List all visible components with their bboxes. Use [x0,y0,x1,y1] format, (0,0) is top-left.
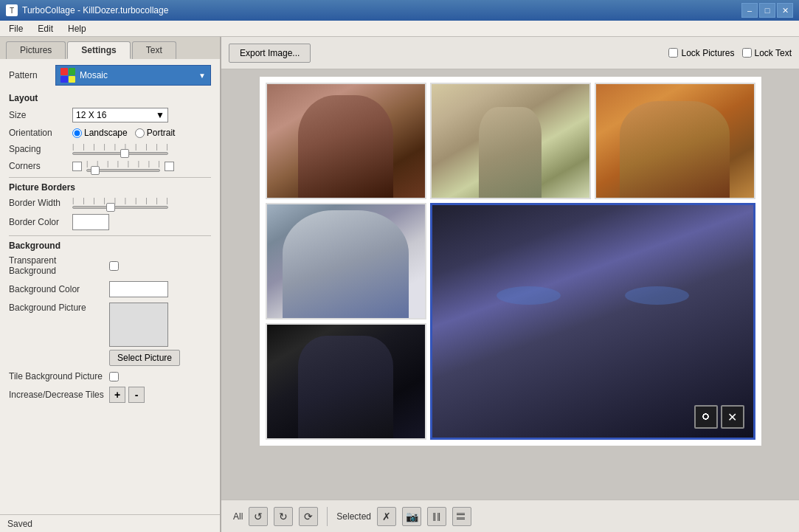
remove-icon[interactable]: ✕ [721,405,744,429]
corners-checkbox-right[interactable] [165,162,174,171]
photo-top-right[interactable] [595,83,755,199]
menu-help[interactable]: Help [62,22,92,35]
toolbar-separator [327,507,328,526]
close-button[interactable]: ✕ [777,3,793,18]
orientation-radio-group: Landscape Portrait [72,128,175,138]
bg-color-label: Background Color [9,284,105,294]
lock-pictures-checkbox[interactable] [668,48,678,58]
lock-text-item[interactable]: Lock Text [742,48,792,58]
title-bar: T TurboCollage - KillDozer.turbocollage … [0,0,799,21]
all-label: All [233,511,243,522]
panel-inner: Pattern Mosaic ▼ Layout [0,59,220,514]
collage-canvas: ⭘ ✕ [260,77,761,446]
transparent-bg-row: Transparent Background [9,255,211,276]
top-toolbar: Export Image... Lock Pictures Lock Text [221,37,799,69]
lock-group: Lock Pictures Lock Text [668,48,792,58]
export-button[interactable]: Export Image... [229,44,311,63]
bg-color-picker[interactable] [109,281,168,297]
window-controls[interactable]: – □ ✕ [741,3,793,18]
tab-pictures[interactable]: Pictures [6,41,66,59]
menu-bar: File Edit Help [0,21,799,37]
photo-top-middle[interactable] [430,83,591,199]
size-row: Size 12 X 16 ▼ [9,108,211,122]
status-text: Saved [7,519,32,529]
move-icon[interactable]: ⭘ [694,405,718,429]
corners-checkbox-left[interactable] [72,162,82,171]
canvas-area: ⭘ ✕ [221,69,799,500]
selected-label: Selected [336,511,371,522]
decrease-tiles-button[interactable]: - [128,387,145,403]
image-icon[interactable]: 📷 [402,507,421,526]
bg-picture-row: Background Picture Select Picture [9,303,211,366]
lock-pictures-item[interactable]: Lock Pictures [668,48,734,58]
chevron-down-icon: ▼ [198,72,206,80]
landscape-radio[interactable]: Landscape [72,128,128,138]
size-dropdown[interactable]: 12 X 16 ▼ [72,108,168,122]
bottom-toolbar: All ↺ ↻ ⟳ Selected ✗ 📷 ‖‖ ‖‖ [221,500,799,532]
rotate-cw-icon[interactable]: ↻ [274,507,293,526]
landscape-label: Landscape [84,128,128,138]
rows-icon[interactable]: ‖‖ [452,507,471,526]
photo-big-selected[interactable]: ⭘ ✕ [430,203,755,440]
tile-count-label: Increase/Decrease Tiles [9,390,105,400]
tab-text[interactable]: Text [132,41,176,59]
columns-icon[interactable]: ‖‖ [427,507,446,526]
increase-tiles-button[interactable]: + [109,387,125,403]
picture-borders-heading: Picture Borders [9,182,211,193]
corners-slider[interactable] [86,169,160,172]
pattern-label: Pattern [9,70,49,80]
landscape-radio-input[interactable] [72,128,82,138]
refresh-icon[interactable]: ⟳ [299,507,318,526]
border-width-row: Border Width |||||||||| [9,197,211,209]
tab-bar: Pictures Settings Text [0,37,220,59]
size-label: Size [9,110,68,120]
action-icons: ⭘ ✕ [694,405,744,429]
transparent-bg-label: Transparent Background [9,255,105,276]
size-chevron-icon: ▼ [156,110,165,120]
border-color-label: Border Color [9,217,68,227]
bg-color-row: Background Color [9,281,211,297]
panel-scroll-container: Pattern Mosaic ▼ Layout [0,59,220,514]
main-layout: Pictures Settings Text Pattern [0,37,799,532]
window-title: TurboCollage - KillDozer.turbocollage [22,5,168,15]
transparent-bg-checkbox[interactable] [109,261,119,271]
background-heading: Background [9,241,211,251]
tile-count-row: Increase/Decrease Tiles + - [9,387,211,403]
tile-controls: + - [109,387,145,403]
delete-icon[interactable]: ✗ [377,507,396,526]
minimize-button[interactable]: – [741,3,758,18]
corners-row: Corners |||||||| [9,160,211,172]
spacing-label: Spacing [9,144,68,154]
pattern-dropdown[interactable]: Mosaic ▼ [55,65,211,86]
portrait-radio-input[interactable] [135,128,145,138]
spacing-slider[interactable] [72,152,168,155]
menu-edit[interactable]: Edit [32,22,59,35]
lock-text-label: Lock Text [755,48,792,58]
tab-settings[interactable]: Settings [67,41,130,59]
size-value: 12 X 16 [76,110,106,120]
app-icon: T [6,4,18,16]
portrait-radio[interactable]: Portrait [135,128,176,138]
maximize-button[interactable]: □ [759,3,775,18]
pattern-row: Pattern Mosaic ▼ [9,65,211,86]
status-bar: Saved [0,514,220,532]
photo-middle-left[interactable] [266,203,426,319]
tile-bg-checkbox[interactable] [109,372,119,381]
lock-text-checkbox[interactable] [742,48,752,58]
spacing-row: Spacing |||||||||| [9,143,211,155]
rotate-ccw-icon[interactable]: ↺ [249,507,268,526]
bg-picture-preview [109,303,168,347]
border-color-row: Border Color [9,214,211,230]
border-color-picker[interactable] [72,214,109,230]
left-panel: Pictures Settings Text Pattern [0,37,221,532]
corners-label: Corners [9,161,68,171]
photo-top-left[interactable] [266,83,426,199]
photo-bottom-left[interactable] [266,323,426,440]
menu-file[interactable]: File [3,22,29,35]
portrait-label: Portrait [147,128,176,138]
orientation-label: Orientation [9,128,68,138]
select-picture-button[interactable]: Select Picture [109,350,180,366]
mosaic-icon [60,68,75,83]
tile-bg-row: Tile Background Picture [9,371,211,381]
border-width-slider[interactable] [72,206,168,209]
